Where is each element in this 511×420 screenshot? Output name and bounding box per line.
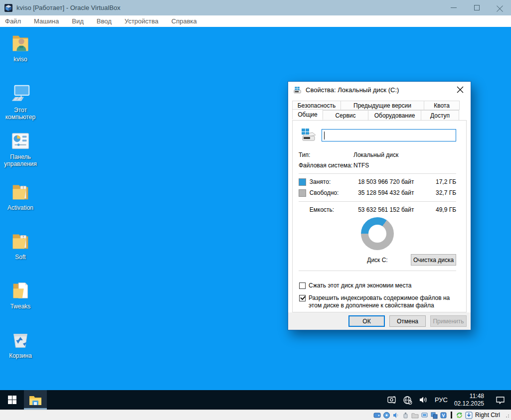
resize-grip[interactable] [504,413,509,418]
capacity-bytes: 53 632 561 152 байт [352,206,414,213]
clock-date: 02.12.2025 [454,400,484,408]
maximize-button[interactable] [465,0,488,15]
guest-desktop: kviso Этот компьютер Панель управления [0,27,511,390]
desktop-icon-label: Корзина [9,352,32,359]
used-size: 17,2 ГБ [414,178,456,185]
disk-usage-donut-chart [361,217,394,250]
free-space-row: Свободно: 35 128 594 432 байт 32,7 ГБ [299,189,456,197]
host-key-label: Right Ctrl [475,412,500,419]
capacity-size: 49,9 ГБ [414,206,456,213]
vbox-menubar: Файл Машина Вид Ввод Устройства Справка [0,15,511,27]
desktop-icon-label: Soft [15,254,25,261]
compress-checkbox-label: Сжать этот диск для экономии места [309,282,411,289]
menu-machine[interactable]: Машина [34,17,59,25]
system-tray: РУС 11:48 02.12.2025 [387,390,511,410]
desktop-icon-soft[interactable]: Soft [1,230,40,261]
desktop-icon-control-panel[interactable]: Панель управления [1,130,40,167]
status-keyboard-capture-icon[interactable] [465,412,473,419]
folder-zip-icon [9,230,32,253]
dialog-close-button[interactable] [454,83,467,96]
desktop-icon-recycle-bin[interactable]: Корзина [1,328,40,359]
menu-view[interactable]: Вид [72,17,84,25]
separator [299,173,456,174]
desktop-icon-tweaks[interactable]: Tweaks [1,279,40,310]
type-value: Локальный диск [353,151,398,158]
tab-general[interactable]: Общие [292,109,323,120]
tab-previous-versions[interactable]: Предыдущие версии [341,101,424,110]
free-legend-swatch [299,189,306,197]
status-optical-disk-icon[interactable] [383,412,390,419]
tray-clock[interactable]: 11:48 02.12.2025 [454,393,484,408]
drive-icon [293,86,302,94]
clock-time: 11:48 [454,393,484,400]
language-indicator[interactable]: РУС [435,396,448,404]
window-title: kviso [Работает] - Oracle VirtualBox [16,4,121,11]
start-button[interactable] [0,390,24,410]
cancel-button[interactable]: Отмена [389,315,426,327]
filesystem-label: Файловая система: [299,162,353,169]
tab-hardware[interactable]: Оборудование [368,110,421,121]
tab-sharing[interactable]: Доступ [421,110,459,121]
volume-icon[interactable] [419,396,428,404]
index-checkbox[interactable] [299,295,306,301]
dialog-footer: ОК Отмена Применить [288,312,471,330]
status-mouse-integration-icon[interactable] [456,412,463,419]
desktop-icon-activation[interactable]: Activation [1,180,40,211]
file-explorer-taskbar-button[interactable] [24,390,47,410]
menu-help[interactable]: Справка [171,17,197,25]
apply-button[interactable]: Применить [430,315,467,327]
menu-file[interactable]: Файл [5,17,21,25]
type-label: Тип: [299,151,353,158]
index-checkbox-row[interactable]: Разрешить индексировать содержимое файло… [299,294,456,309]
used-legend-swatch [299,178,306,186]
folder-zip-icon [9,180,32,203]
free-label: Свободно: [310,189,353,196]
minimize-button[interactable] [442,0,465,15]
action-center-icon[interactable] [496,396,505,404]
drive-icon-large [299,128,319,143]
menu-devices[interactable]: Устройства [125,17,159,25]
used-space-row: Занято: 18 503 966 720 байт 17,2 ГБ [299,178,456,186]
tab-quota[interactable]: Квота [424,101,460,110]
volume-name-input[interactable] [322,129,456,141]
general-tab-page: Тип: Локальный диск Файловая система: NT… [292,120,467,312]
index-checkbox-label: Разрешить индексировать содержимое файло… [309,294,456,309]
desktop-icon-label: Activation [7,204,33,211]
dialog-titlebar: Свойства: Локальный диск (C:) [288,82,471,98]
used-bytes: 18 503 966 720 байт [352,178,414,185]
ok-button[interactable]: ОК [348,315,385,327]
tray-display-icon[interactable] [387,396,396,404]
close-icon [497,4,503,11]
menu-input[interactable]: Ввод [97,17,112,25]
separator [299,201,456,202]
compress-checkbox-row[interactable]: Сжать этот диск для экономии места [299,282,456,289]
status-hdd-icon[interactable] [373,412,381,419]
status-audio-icon[interactable] [392,412,400,419]
disk-cleanup-button[interactable]: Очистка диска [411,254,456,266]
status-display-icon[interactable] [421,412,428,419]
desktop-icon-label: Этот компьютер [1,107,40,121]
virtualbox-window: kviso [Работает] - Oracle VirtualBox Фай… [0,0,511,420]
desktop-icon-label: Tweaks [10,303,31,310]
dialog-title: Свойства: Локальный диск (C:) [306,86,399,94]
virtualbox-app-icon [4,3,13,12]
minimize-icon [451,7,457,8]
status-features-icon[interactable] [440,412,447,419]
vbox-titlebar: kviso [Работает] - Oracle VirtualBox [0,0,511,15]
free-bytes: 35 128 594 432 байт [352,189,414,196]
disk-properties-dialog: Свойства: Локальный диск (C:) Безопаснос… [288,81,471,330]
status-usb-icon[interactable] [402,412,409,419]
control-panel-icon [9,130,32,152]
desktop-icon-kviso[interactable]: kviso [1,32,40,63]
free-size: 32,7 ГБ [414,189,456,196]
tab-tools[interactable]: Сервис [323,110,368,121]
status-seamless-icon[interactable] [430,412,438,419]
compress-checkbox[interactable] [299,282,306,289]
desktop-icon-label: Панель управления [1,153,40,167]
close-button[interactable] [488,0,511,15]
desktop-icon-this-pc[interactable]: Этот компьютер [1,83,40,121]
filesystem-value: NTFS [353,162,369,169]
network-globe-offline-icon[interactable] [403,396,412,405]
status-shared-folders-icon[interactable] [411,412,419,419]
this-pc-icon [9,83,32,106]
